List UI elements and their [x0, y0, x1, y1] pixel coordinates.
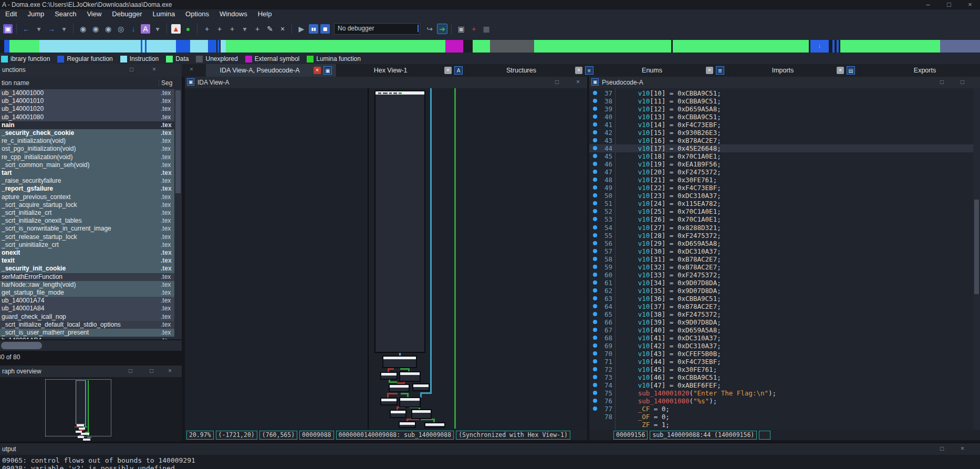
menu-item-options[interactable]: Options: [180, 9, 214, 19]
graph-basic-block[interactable]: [399, 421, 416, 428]
code-line[interactable]: 54 v10[27] = 0x8288D321;: [589, 224, 980, 232]
function-row[interactable]: _scrt_release_startup_lock.tex: [0, 233, 174, 241]
code-line[interactable]: 64 v10[37] = 0xB78AC2E7;: [589, 303, 980, 310]
rename-icon[interactable]: A: [141, 24, 150, 34]
tab-close-icon[interactable]: ×: [837, 67, 844, 74]
mdi-close-icon[interactable]: ×: [190, 66, 193, 73]
debugger-windows-icon[interactable]: ➔: [437, 24, 447, 34]
function-row[interactable]: ub_140001A84.tex: [0, 305, 174, 312]
tab-structures[interactable]: Structures×≡: [467, 64, 598, 77]
code-line[interactable]: 62 v10[35] = 0x9D07D8DA;: [589, 287, 980, 295]
functions-list[interactable]: ub_140001000.texub_140001010.texub_14000…: [0, 89, 174, 339]
navband-segment[interactable]: [190, 40, 208, 53]
forward-icon[interactable]: →: [46, 24, 57, 34]
function-row[interactable]: ub_140001000.tex: [0, 89, 174, 97]
functions-close-icon[interactable]: ×: [152, 66, 156, 73]
jump-address-icon[interactable]: ↓: [128, 24, 139, 34]
function-row[interactable]: texit.tex: [0, 257, 174, 265]
code-line[interactable]: 48 v10[21] = 0x30FE761;: [589, 176, 980, 184]
navband-segment[interactable]: [208, 40, 216, 53]
edit-icon[interactable]: ✎: [265, 24, 275, 34]
menu-item-debugger[interactable]: Debugger: [107, 9, 147, 19]
function-row[interactable]: apture_previous_context.tex: [0, 193, 174, 201]
run-until-return-icon[interactable]: ↪: [424, 24, 435, 34]
code-line[interactable]: 76 sub_140001080("%s");: [589, 397, 980, 405]
problems-icon[interactable]: ▲: [171, 24, 181, 34]
function-row[interactable]: serMathErrorFunction.tex: [0, 273, 174, 281]
functions-vertical-scrollbar[interactable]: [174, 89, 182, 339]
navband-segment[interactable]: [837, 40, 839, 53]
function-row[interactable]: ub_140001A74.tex: [0, 297, 174, 305]
minimize-button[interactable]: –: [918, 0, 938, 9]
tab-close-icon[interactable]: ×: [575, 67, 582, 74]
navband-segment[interactable]: [217, 40, 220, 53]
navband-segment[interactable]: [145, 40, 147, 53]
function-row[interactable]: ub_140001010.tex: [0, 97, 174, 105]
function-row[interactable]: ub_140001020.tex: [0, 105, 174, 113]
code-line[interactable]: 39 v10[12] = 0xD659A5A8;: [589, 105, 980, 113]
function-row[interactable]: _scrt_common_main_seh(void).tex: [0, 161, 174, 169]
navband-segment[interactable]: [9, 40, 39, 53]
code-line[interactable]: 55 v10[28] = 0xF2475372;: [589, 232, 980, 239]
patch-caret-icon[interactable]: ▾: [239, 24, 250, 34]
graph-basic-block-main[interactable]: [374, 90, 425, 353]
create-data-icon[interactable]: +: [214, 24, 225, 34]
code-line[interactable]: 56 v10[29] = 0xD659A5A8;: [589, 239, 980, 247]
function-row[interactable]: _raise_securityfailure.tex: [0, 177, 174, 185]
navband-segment[interactable]: [673, 40, 809, 53]
function-row[interactable]: re_c_initialization(void).tex: [0, 137, 174, 145]
code-line[interactable]: 70 v10[43] = 0xCFEF5B0B;: [589, 350, 980, 358]
menu-item-search[interactable]: Search: [49, 9, 81, 19]
function-row[interactable]: ost_pgo_initialization(void).tex: [0, 145, 174, 153]
code-line[interactable]: 74 v10[47] = 0xABEF6FEF;: [589, 381, 980, 389]
output-float-icon[interactable]: □: [940, 445, 944, 452]
function-row[interactable]: _report_gsfailure.tex: [0, 185, 174, 193]
navband-segment[interactable]: [221, 40, 226, 53]
navband-segment[interactable]: [39, 40, 176, 53]
output-message[interactable]: 09065: control flows out of bounds to 14…: [2, 456, 195, 464]
graph-basic-block[interactable]: [380, 372, 398, 380]
navigation-band[interactable]: ↓: [0, 39, 980, 54]
function-row[interactable]: guard_check_icall_nop.tex: [0, 313, 174, 321]
graph-basic-block[interactable]: [411, 409, 432, 419]
pseudocode-restore-icon[interactable]: □: [940, 78, 944, 86]
menu-item-jump[interactable]: Jump: [22, 9, 49, 19]
code-line[interactable]: 60 v10[33] = 0xF2475372;: [589, 271, 980, 279]
graph-basic-block[interactable]: [412, 383, 430, 391]
debugger-selector[interactable]: No debugger: [334, 23, 420, 35]
add-breakpoint-icon[interactable]: +: [468, 24, 479, 34]
tab-ida-view-a-pseudocode-a[interactable]: IDA View-A, Pseudocode-A×▣: [206, 64, 337, 77]
search-text-icon[interactable]: ◉: [90, 24, 101, 34]
code-line[interactable]: 71 v10[44] = 0xF4C73EBF;: [589, 358, 980, 366]
function-row[interactable]: b_140001AB4.te: [0, 337, 174, 339]
graph-basic-block[interactable]: [380, 398, 398, 405]
function-row[interactable]: _security_check_cookie.tex: [0, 129, 174, 137]
function-row[interactable]: _scrt_initialize_default_local_stdio_opt…: [0, 321, 174, 329]
tab-close-icon[interactable]: ×: [314, 67, 321, 74]
code-line[interactable]: 57 v10[30] = 0xDC310A37;: [589, 247, 980, 255]
output-close-icon[interactable]: ×: [961, 445, 964, 452]
code-line[interactable]: 67 v10[40] = 0xD659A5A8;: [589, 326, 980, 334]
code-line[interactable]: 65 v10[38] = 0xF2475372;: [589, 310, 980, 318]
code-line[interactable]: 52 v10[25] = 0x70C1A0E1;: [589, 207, 980, 215]
save-file-icon[interactable]: ▣: [3, 24, 13, 34]
graph-basic-block[interactable]: [399, 397, 421, 408]
code-line[interactable]: 40 v10[13] = 0xCBBA9C51;: [589, 113, 980, 121]
tab-close-icon[interactable]: ×: [706, 67, 713, 74]
navband-segment[interactable]: [445, 40, 463, 53]
code-line[interactable]: 51 v10[24] = 0x115EA782;: [589, 200, 980, 207]
tab-exports[interactable]: Exports: [860, 64, 980, 77]
delete-icon[interactable]: ×: [277, 24, 288, 34]
functions-horizontal-scrollbar[interactable]: [0, 340, 182, 351]
navband-segment[interactable]: [840, 40, 940, 53]
add-cross-ref-icon[interactable]: +: [252, 24, 263, 34]
code-line[interactable]: 46 v10[19] = 0xEA1B9F56;: [589, 160, 980, 168]
code-line[interactable]: 41 v10[14] = 0xF4C73EBF;: [589, 121, 980, 129]
function-row[interactable]: ub_140001080.tex: [0, 113, 174, 121]
code-line[interactable]: 44 v10[17] = 0x45E26648;: [589, 144, 980, 152]
function-row[interactable]: re_cpp_initialization(void).tex: [0, 153, 174, 161]
navband-segment[interactable]: [490, 40, 534, 53]
graph-basic-block[interactable]: [382, 356, 417, 368]
overview-float-icon[interactable]: □: [150, 367, 153, 374]
graph-basic-block[interactable]: [424, 422, 445, 428]
